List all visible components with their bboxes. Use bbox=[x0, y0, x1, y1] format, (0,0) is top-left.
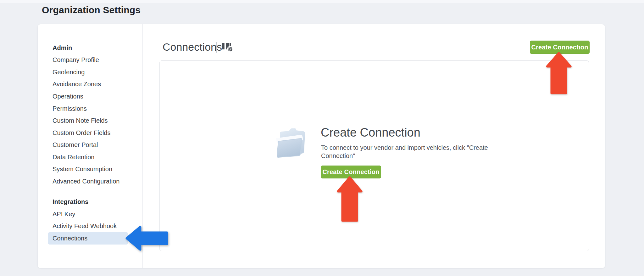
sidebar-item-avoidance-zones[interactable]: Avoidance Zones bbox=[48, 78, 128, 91]
top-strip bbox=[0, 0, 644, 3]
sidebar-item-data-retention[interactable]: Data Retention bbox=[48, 151, 128, 163]
sidebar-item-custom-order-fields[interactable]: Custom Order Fields bbox=[48, 127, 128, 139]
sidebar-item-system-consumption[interactable]: System Consumption bbox=[48, 163, 128, 175]
sidebar-item-api-key[interactable]: API Key bbox=[48, 208, 128, 220]
description-line-1: To connect to your vendor and import veh… bbox=[321, 144, 488, 151]
sidebar-item-permissions[interactable]: Permissions bbox=[48, 103, 128, 115]
folder-icon bbox=[274, 128, 309, 160]
sidebar-item-activity-feed-webhook[interactable]: Activity Feed Webhook bbox=[48, 220, 128, 233]
page-title: Organization Settings bbox=[42, 5, 141, 15]
heading-separator bbox=[216, 42, 217, 53]
sidebar-divider bbox=[142, 24, 143, 268]
organization-settings-page: Organization Settings Admin Company Prof… bbox=[0, 0, 644, 276]
sidebar-section-admin: Admin bbox=[48, 42, 128, 54]
sidebar-item-advanced-configuration[interactable]: Advanced Configuration bbox=[48, 175, 128, 188]
sidebar-item-customer-portal[interactable]: Customer Portal bbox=[48, 139, 128, 151]
settings-sidebar: Admin Company Profile Geofencing Avoidan… bbox=[48, 42, 128, 245]
sidebar-item-geofencing[interactable]: Geofencing bbox=[48, 66, 128, 78]
sidebar-item-connections[interactable]: Connections bbox=[48, 232, 128, 245]
description-line-2: Connection" bbox=[321, 152, 355, 159]
empty-state-title: Create Connection bbox=[321, 126, 420, 139]
create-connection-button-center[interactable]: Create Connection bbox=[321, 166, 381, 178]
sidebar-section-integrations: Integrations bbox=[48, 196, 128, 208]
sidebar-item-custom-note-fields[interactable]: Custom Note Fields bbox=[48, 115, 128, 127]
sidebar-item-operations[interactable]: Operations bbox=[48, 90, 128, 103]
barcode-gear-icon[interactable] bbox=[222, 43, 236, 53]
sidebar-item-company-profile[interactable]: Company Profile bbox=[48, 54, 128, 66]
create-connection-button-top[interactable]: Create Connection bbox=[530, 41, 590, 54]
empty-state-description: To connect to your vendor and import veh… bbox=[321, 144, 497, 160]
gear-icon bbox=[227, 46, 234, 53]
connections-heading: Connections bbox=[163, 41, 222, 53]
